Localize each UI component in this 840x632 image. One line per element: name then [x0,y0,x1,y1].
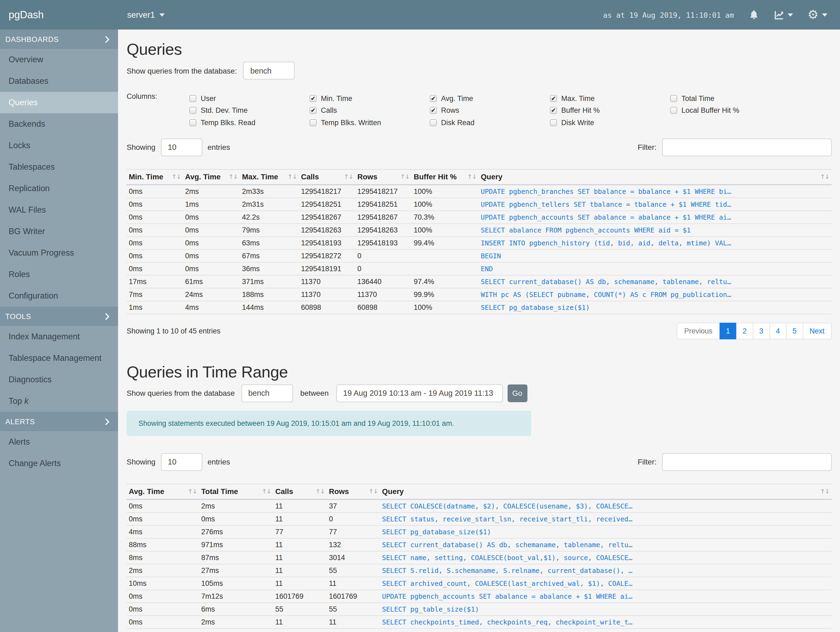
query-link[interactable]: SELECT current_database() AS db, scheman… [380,538,831,551]
database-input-2[interactable] [241,384,293,402]
settings-menu-button[interactable]: ⚙ [808,9,827,21]
query-link[interactable]: UPDATE pgbench_accounts SET abalance = a… [478,211,831,223]
checkbox[interactable] [670,107,677,114]
query-link[interactable]: INSERT INTO pgbench_history (tid, bid, a… [478,236,831,249]
sidebar-item[interactable]: Alerts [0,431,118,453]
col-header-min-time[interactable]: Min. Time↑↓ [126,169,183,184]
sidebar-item[interactable]: Databases [0,70,118,92]
column-option[interactable]: Avg. Time [430,92,550,105]
col-header-total-time[interactable]: Total Time↑↓ [199,484,273,499]
query-link[interactable]: SELECT COALESCE(datname, $2), COALESCE(u… [380,499,831,512]
query-link[interactable]: UPDATE pgbench_accounts SET abalance = a… [380,589,831,602]
sidebar-item[interactable]: Replication [0,178,118,199]
column-option[interactable]: User [189,92,309,105]
sidebar-item[interactable]: Queries [0,92,118,113]
col-header-rows[interactable]: Rows↑↓ [327,484,380,499]
sidebar-item[interactable]: Backends [0,113,118,135]
query-link[interactable]: SELECT archived_count, COALESCE(last_arc… [380,577,831,589]
col-header-max-time[interactable]: Max. Time↑↓ [240,169,299,184]
previous-page-button[interactable]: Previous [677,322,720,339]
sidebar-item[interactable]: Configuration [0,285,118,307]
col-header-avg-time[interactable]: Avg. Time↑↓ [126,484,199,499]
sidebar-item[interactable]: Vacuum Progress [0,242,118,264]
page-number-button[interactable]: 5 [786,322,803,339]
column-option[interactable]: Std. Dev. Time [189,105,309,117]
col-header-calls[interactable]: Calls↑↓ [299,169,355,184]
column-option[interactable]: Rows [430,105,550,117]
page-number-button[interactable]: 4 [769,322,786,339]
sidebar-item[interactable]: Roles [0,264,118,285]
page-size-input[interactable] [161,138,202,156]
go-button[interactable]: Go [507,384,527,402]
query-link[interactable]: UPDATE pgbench_tellers SET tbalance = tb… [478,198,831,211]
sidebar-section-dashboards[interactable]: DASHBOARDS [0,30,118,49]
query-link[interactable]: SELECT name, setting, COALESCE(boot_val,… [380,551,831,564]
page-number-button[interactable]: 3 [753,322,770,339]
date-range-input[interactable] [336,384,502,402]
page-number-button[interactable]: 1 [719,322,736,339]
sidebar-item[interactable]: Overview [0,49,118,70]
sidebar-item[interactable]: Locks [0,135,118,156]
sidebar-item[interactable]: Change Alerts [0,453,118,474]
sidebar-item[interactable]: Tablespace Management [0,347,118,369]
col-header-rows[interactable]: Rows↑↓ [355,169,412,184]
column-option[interactable]: Min. Time [309,92,430,105]
brand-logo[interactable]: pgDash [0,9,118,21]
col-header-query[interactable]: Query↑↓ [478,169,831,184]
query-link[interactable]: SELECT S.relid, S.schemaname, S.relname,… [380,564,831,577]
checkbox[interactable] [430,95,437,102]
query-link[interactable]: SELECT abalance FROM pgbench_accounts WH… [478,223,831,236]
checkbox[interactable] [189,119,196,126]
sidebar-item[interactable]: Diagnostics [0,369,118,390]
column-option[interactable]: Disk Read [430,117,550,128]
column-option[interactable]: Temp Blks. Written [309,117,430,128]
page-number-button[interactable]: 2 [736,322,753,339]
next-page-button[interactable]: Next [802,322,831,339]
query-link[interactable]: UPDATE pgbench_branches SET bbalance = b… [478,184,831,198]
server-selector[interactable]: server1 [127,10,164,20]
checkbox[interactable] [430,119,437,126]
page-size-input-2[interactable] [161,453,202,470]
query-link[interactable]: SELECT pg_database_size($1) [478,301,831,314]
column-option[interactable]: Max. Time [550,92,670,105]
column-option[interactable]: Local Buffer Hit % [670,105,790,117]
query-link[interactable]: END [478,262,831,275]
column-option[interactable]: Disk Write [550,117,670,128]
query-link[interactable]: SELECT pg_table_size($1) [380,602,831,615]
query-link[interactable]: BEGIN [478,249,831,262]
checkbox[interactable] [670,95,677,102]
notifications-button[interactable] [748,9,759,21]
checkbox[interactable] [189,95,196,102]
sidebar-item[interactable]: WAL Files [0,199,118,221]
checkbox[interactable] [309,119,317,126]
filter-input[interactable] [662,138,831,156]
sidebar-item[interactable]: BG Writer [0,221,118,242]
checkbox[interactable] [309,107,317,114]
query-link[interactable]: WITH pc AS (SELECT pubname, COUNT(*) AS … [478,288,831,301]
checkbox[interactable] [550,107,557,114]
sidebar-item[interactable]: Index Management [0,326,118,347]
column-option[interactable]: Total Time [670,92,790,105]
column-option[interactable]: Buffer Hit % [550,105,670,117]
col-header-query[interactable]: Query↑↓ [380,484,831,499]
query-link[interactable]: SELECT checkpoints_timed, checkpoints_re… [380,615,831,628]
checkbox[interactable] [550,119,557,126]
query-link[interactable]: SELECT pg_database_size($1) [380,525,831,538]
column-option[interactable]: Temp Blks. Read [189,117,309,128]
sidebar-section-tools[interactable]: TOOLS [0,307,118,326]
sidebar-item[interactable]: Top k [0,390,118,412]
charts-menu-button[interactable] [774,10,793,20]
checkbox[interactable] [309,95,317,102]
col-header-buffer-hit[interactable]: Buffer Hit %↑↓ [412,169,478,184]
column-option[interactable]: Calls [309,105,430,117]
checkbox[interactable] [430,107,437,114]
sidebar-section-alerts[interactable]: ALERTS [0,412,118,431]
database-input[interactable] [243,62,295,79]
checkbox[interactable] [550,95,557,102]
col-header-avg-time[interactable]: Avg. Time↑↓ [183,169,240,184]
sidebar-item[interactable]: Tablespaces [0,156,118,178]
col-header-calls[interactable]: Calls↑↓ [273,484,327,499]
checkbox[interactable] [189,107,196,114]
query-link[interactable]: SELECT current_database() AS db, scheman… [478,275,831,288]
query-link[interactable]: SELECT status, receive_start_lsn, receiv… [380,512,831,525]
